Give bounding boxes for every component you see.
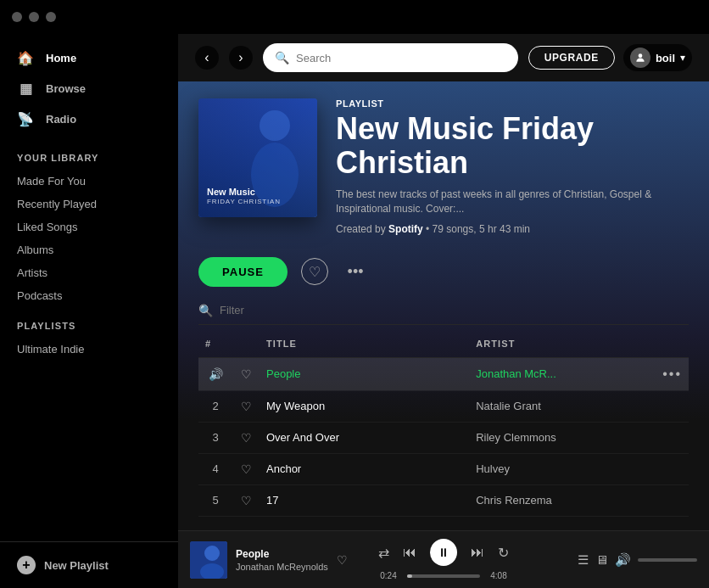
track-title-text: Over And Over [266,431,339,444]
table-row[interactable]: 3♡Over And OverRiley Clemmons [198,422,689,453]
playing-indicator: 🔊 [209,367,223,381]
player-heart-button[interactable]: ♡ [337,553,348,567]
user-menu[interactable]: boil ▾ [623,44,692,71]
like-icon[interactable]: ♡ [241,494,252,507]
new-playlist-label: New Playlist [44,559,109,572]
browse-icon: ▦ [17,80,34,97]
volume-button[interactable]: 🔊 [615,552,631,568]
more-options-button[interactable]: ••• [342,258,369,285]
new-playlist-button[interactable]: + New Playlist [0,541,178,588]
progress-fill [407,574,412,578]
track-artist-text: Riley Clemmons [476,431,556,444]
playlist-meta: Created by Spotify • 79 songs, 5 hr 43 m… [336,223,658,235]
current-time: 0:24 [377,571,400,580]
playlist-controls: PAUSE ♡ ••• [198,257,689,287]
track-num: 🔊 [198,357,232,390]
progress-row: 0:24 4:08 [377,571,511,580]
sidebar-nav: 🏠 Home ▦ Browse 📡 Radio [0,34,178,139]
player-center: ⇄ ⏮ ⏸ ⏭ ↻ 0:24 4:08 [377,539,511,580]
table-row[interactable]: 5♡17Chris Renzema [198,484,689,516]
like-icon[interactable]: ♡ [241,367,252,381]
creator-name: Spotify [388,223,423,235]
like-icon[interactable]: ♡ [241,400,252,413]
col-artist: ARTIST [469,333,656,358]
track-more-cell [656,422,689,453]
sidebar-item-home[interactable]: 🏠 Home [0,42,178,73]
track-artist-text: Chris Renzema [476,494,552,507]
table-row[interactable]: 4♡AnchorHulvey [198,453,689,484]
volume-bar[interactable] [638,558,697,562]
track-artist-text: Hulvey [476,462,510,475]
home-icon: 🏠 [17,49,34,66]
sidebar-item-artists[interactable]: Artists [0,261,178,284]
titlebar-dot-red[interactable] [12,12,22,22]
sidebar-playlist-ultimate-indie[interactable]: Ultimate Indie [0,338,178,361]
upgrade-button[interactable]: UPGRADE [528,46,615,70]
filter-row: 🔍 [198,304,689,325]
devices-button[interactable]: 🖥 [595,552,608,567]
track-num: 5 [198,484,232,516]
track-title: 17 [260,484,469,516]
plus-circle-icon: + [17,556,36,574]
track-title-text: My Weapon [266,400,325,412]
titlebar [0,0,178,34]
user-name: boil [656,52,675,64]
forward-button[interactable]: › [229,46,253,70]
track-more-cell [656,484,689,516]
titlebar-dot-green[interactable] [46,12,56,22]
track-title: Anchor [260,453,469,484]
playlist-info: PLAYLIST New Music Friday Christian The … [336,98,658,238]
pause-button[interactable]: PAUSE [198,257,288,287]
sidebar-item-label-browse: Browse [46,82,86,95]
track-more-cell [656,453,689,484]
track-more-cell [656,390,689,422]
table-row[interactable]: 2♡My WeaponNatalie Grant [198,390,689,422]
back-button[interactable]: ‹ [195,46,219,70]
svg-point-0 [639,53,643,58]
track-artist: Natalie Grant [469,390,656,422]
like-playlist-button[interactable]: ♡ [301,258,328,285]
col-more [656,333,689,358]
sidebar-item-podcasts[interactable]: Podcasts [0,284,178,307]
next-button[interactable]: ⏭ [471,545,484,560]
col-like [232,333,260,358]
track-like-cell: ♡ [232,453,260,484]
track-artist: Hulvey [469,453,656,484]
play-pause-button[interactable]: ⏸ [430,539,457,566]
track-title: People [260,357,469,390]
like-icon[interactable]: ♡ [241,462,252,476]
filter-input[interactable] [220,304,362,316]
playlists-label: PLAYLISTS [0,307,178,338]
like-icon[interactable]: ♡ [241,431,252,445]
app-body: 🏠 Home ▦ Browse 📡 Radio YOUR LIBRARY Mad… [0,34,709,588]
sidebar-item-radio[interactable]: 📡 Radio [0,104,178,134]
sidebar-item-made-for-you[interactable]: Made For You [0,170,178,193]
svg-point-1 [260,110,290,141]
more-dots-button[interactable]: ••• [662,367,682,381]
player-thumbnail [190,541,227,579]
sidebar-item-liked-songs[interactable]: Liked Songs [0,216,178,238]
sidebar-item-albums[interactable]: Albums [0,238,178,261]
playlist-stats: 79 songs, 5 hr 43 min [433,223,530,235]
chevron-down-icon: ▾ [680,52,685,64]
track-artist-text: Natalie Grant [476,400,541,412]
track-num: 2 [198,390,232,422]
table-header-row: # TITLE ARTIST [198,333,689,358]
table-row[interactable]: 🔊♡PeopleJonathan McR...••• [198,357,689,390]
cover-title: New Music [207,186,281,198]
queue-button[interactable]: ☰ [578,552,589,568]
progress-bar[interactable] [407,574,480,578]
repeat-button[interactable]: ↻ [498,545,509,561]
your-library-label: YOUR LIBRARY [0,139,178,170]
track-artist: Chris Renzema [469,484,656,516]
titlebar-dot-yellow[interactable] [29,12,39,22]
track-artist: Riley Clemmons [469,422,656,453]
sidebar-item-browse[interactable]: ▦ Browse [0,73,178,104]
track-title-text: 17 [266,494,278,507]
search-input[interactable] [296,52,506,64]
prev-button[interactable]: ⏮ [403,545,416,560]
track-title: Over And Over [260,422,469,453]
shuffle-button[interactable]: ⇄ [378,545,389,561]
sidebar-item-recently-played[interactable]: Recently Played [0,193,178,216]
total-time: 4:08 [487,571,511,580]
